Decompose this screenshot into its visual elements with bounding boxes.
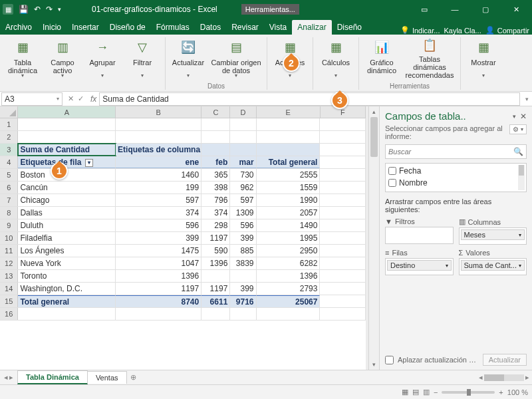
change-source-button[interactable]: ▤Cambiar origen de datos▾ [209, 37, 263, 81]
worksheet-grid[interactable]: A B C D E F 123Suma de CantidadEtiquetas… [0, 106, 368, 370]
expand-formula-icon[interactable]: ▾ [521, 96, 532, 102]
cell[interactable] [320, 245, 366, 257]
cell[interactable]: 1460 [116, 169, 201, 181]
cell[interactable]: 1995 [257, 232, 321, 244]
cell[interactable]: 2950 [257, 245, 321, 257]
cell[interactable]: Nueva York [18, 257, 116, 269]
cell[interactable] [257, 131, 321, 143]
fx-icon[interactable]: fx [88, 94, 99, 104]
save-icon[interactable]: 💾 [19, 5, 29, 14]
cell[interactable] [230, 270, 256, 282]
cell[interactable] [257, 118, 321, 130]
cell[interactable] [201, 308, 230, 320]
cell[interactable] [320, 270, 366, 282]
cell[interactable]: 596 [116, 219, 201, 231]
zoom-in-icon[interactable]: + [499, 388, 503, 396]
sheet-tab-active[interactable]: Tabla Dinámica [17, 370, 88, 384]
refresh-button[interactable]: 🔄Actualizar▾ [170, 37, 207, 81]
cell[interactable]: Total general [18, 295, 116, 307]
cell[interactable]: 596 [230, 219, 256, 231]
cell[interactable]: 399 [116, 232, 201, 244]
val-chip[interactable]: Suma de Cant...▾ [461, 260, 525, 271]
share-button[interactable]: 👤 Compartir [485, 26, 529, 35]
cell[interactable]: 1197 [201, 283, 230, 295]
area-rows[interactable]: Destino▾ [385, 258, 454, 275]
scroll-up-icon[interactable]: ▴ [369, 106, 379, 117]
cell[interactable]: 1396 [201, 257, 230, 269]
cell[interactable] [320, 283, 366, 295]
cell[interactable] [320, 182, 366, 194]
update-button[interactable]: Actualizar [483, 354, 527, 366]
redo-icon[interactable]: ↷ [46, 5, 53, 14]
cell[interactable]: mar [230, 156, 256, 168]
cell[interactable] [320, 308, 366, 320]
row-header[interactable]: 15 [0, 295, 18, 307]
pivotchart-button[interactable]: 📊Gráfico dinámico [363, 37, 400, 81]
vertical-scrollbar[interactable]: ▴ ▾ [368, 106, 379, 370]
cell[interactable]: 3839 [230, 257, 256, 269]
cell[interactable]: Washington, D.C. [18, 283, 116, 295]
cell[interactable] [18, 118, 116, 130]
cell[interactable] [230, 131, 256, 143]
minimize-button[interactable]: — [442, 0, 468, 19]
formula-input[interactable]: Suma de Cantidad [99, 92, 520, 106]
cell[interactable] [201, 131, 230, 143]
cell[interactable]: 398 [201, 182, 230, 194]
enter-formula-icon[interactable]: ✓ [78, 94, 84, 103]
cell[interactable]: Chicago [18, 194, 116, 206]
cell[interactable]: 298 [201, 219, 230, 231]
defer-checkbox[interactable] [385, 356, 394, 364]
cell[interactable]: 399 [230, 283, 256, 295]
cell[interactable]: 796 [201, 194, 230, 206]
cell[interactable] [116, 118, 201, 130]
qat-more-icon[interactable]: ▾ [58, 6, 61, 13]
cell[interactable]: 1559 [257, 182, 321, 194]
cell[interactable]: feb [201, 156, 230, 168]
row-header[interactable]: 2 [0, 131, 18, 143]
cell[interactable] [201, 144, 230, 156]
cell[interactable] [116, 131, 201, 143]
cell[interactable]: 1490 [257, 219, 321, 231]
field-list[interactable]: Fecha Nombre [385, 163, 527, 192]
pane-menu-icon[interactable]: ▾ [513, 113, 516, 120]
row-header[interactable]: 7 [0, 194, 18, 206]
ribbon-options-icon[interactable]: ▭ [411, 0, 438, 19]
cell[interactable] [201, 118, 230, 130]
row-header[interactable]: 13 [0, 270, 18, 282]
tab-archivo[interactable]: Archivo [0, 20, 37, 35]
calculations-button[interactable]: ▦Cálculos▾ [317, 37, 354, 81]
cell[interactable]: Cancún [18, 182, 116, 194]
tab-insertar[interactable]: Insertar [66, 20, 104, 35]
cell[interactable] [320, 207, 366, 219]
zoom-level[interactable]: 100 % [507, 388, 528, 396]
cell[interactable] [116, 308, 201, 320]
cell[interactable]: Suma de Cantidad [18, 144, 116, 156]
active-field-button[interactable]: ▥Campo activo▾ [44, 37, 81, 81]
cell[interactable]: 2793 [257, 283, 321, 295]
cell[interactable] [320, 169, 366, 181]
row-header[interactable]: 1 [0, 118, 18, 130]
account-user[interactable]: Kayla Cla... [444, 27, 481, 35]
tab-formulas[interactable]: Fórmulas [151, 20, 195, 35]
row-header[interactable]: 12 [0, 257, 18, 269]
cell[interactable] [320, 295, 366, 307]
maximize-button[interactable]: ▢ [472, 0, 499, 19]
tell-me[interactable]: 💡 Indicar... [400, 26, 440, 35]
cell[interactable]: 1396 [116, 270, 201, 282]
cell[interactable]: Filadelfia [18, 232, 116, 244]
sheet-nav-next-icon[interactable]: ▸ [9, 373, 13, 382]
pane-layout-button[interactable]: ⚙ ▾ [509, 124, 527, 134]
name-box[interactable]: A3▾ [1, 92, 63, 106]
cell[interactable]: 8740 [116, 295, 201, 307]
cell[interactable] [320, 156, 366, 168]
view-normal-icon[interactable]: ▦ [402, 388, 408, 396]
filter-button[interactable]: ▽Filtrar▾ [124, 37, 161, 81]
cell[interactable]: 1309 [230, 207, 256, 219]
cell[interactable]: 365 [201, 169, 230, 181]
row-header[interactable]: 5 [0, 169, 18, 181]
cell[interactable]: 6611 [201, 295, 230, 307]
hscroll-right-icon[interactable]: ▸ [525, 373, 529, 382]
field-search[interactable]: 🔍 [385, 144, 527, 159]
cell[interactable] [257, 308, 321, 320]
cell[interactable] [230, 144, 256, 156]
